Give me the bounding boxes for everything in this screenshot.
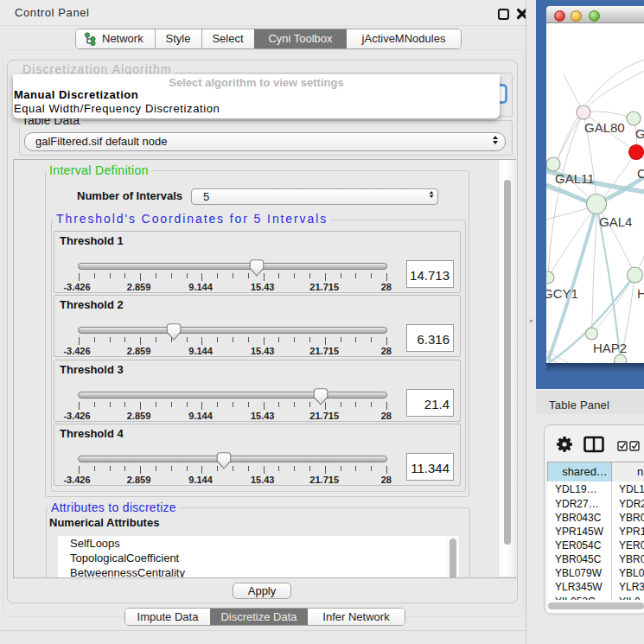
svg-text:GCY1: GCY1 <box>546 286 578 301</box>
svg-text:H: H <box>637 286 644 301</box>
svg-text:GA: GA <box>635 126 644 141</box>
svg-text:HAP2: HAP2 <box>593 341 627 355</box>
svg-text:GAL4: GAL4 <box>599 214 632 229</box>
svg-text:GAL80: GAL80 <box>584 120 625 135</box>
svg-text:GAL11: GAL11 <box>555 171 595 186</box>
svg-text:C: C <box>637 166 644 181</box>
